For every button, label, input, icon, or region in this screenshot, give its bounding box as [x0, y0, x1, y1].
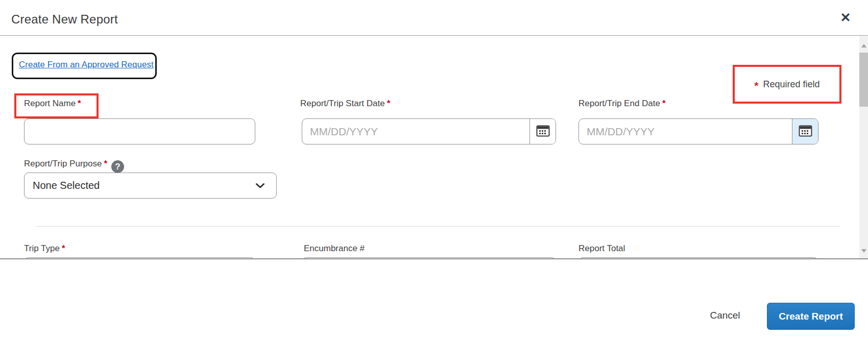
- start-date-input[interactable]: [302, 119, 529, 144]
- help-icon[interactable]: ?: [111, 160, 124, 173]
- scroll-down-icon[interactable]: [859, 247, 868, 255]
- purpose-select[interactable]: None Selected: [24, 173, 277, 199]
- chevron-down-icon: [255, 183, 265, 189]
- scroll-up-icon[interactable]: [859, 41, 868, 50]
- start-date-calendar-button[interactable]: [529, 119, 556, 144]
- encumbrance-label: Encumbrance #: [304, 244, 365, 254]
- modal-title: Create New Report: [11, 12, 118, 27]
- required-field-label: Required field: [763, 79, 820, 90]
- modal-header: Create New Report ✕: [0, 0, 868, 36]
- end-date-field: [578, 118, 818, 144]
- trip-type-required-asterisk: *: [62, 244, 65, 253]
- close-icon[interactable]: ✕: [836, 8, 855, 27]
- purpose-required-asterisk: *: [104, 159, 107, 168]
- start-date-required-asterisk: *: [387, 99, 391, 108]
- purpose-selected-value: None Selected: [33, 180, 255, 191]
- vertical-scrollbar[interactable]: [859, 36, 868, 258]
- report-total-field: [578, 257, 818, 259]
- report-name-required-asterisk: *: [78, 99, 81, 108]
- create-report-modal: Create New Report ✕ Create From an Appro…: [0, 0, 868, 340]
- trip-type-input[interactable]: [24, 257, 255, 259]
- calendar-icon: [536, 125, 550, 139]
- report-name-input[interactable]: [24, 118, 255, 144]
- purpose-label: Report/Trip Purpose*?: [24, 159, 124, 173]
- calendar-icon: [799, 125, 812, 139]
- section-divider: [36, 226, 840, 227]
- report-total-label: Report Total: [578, 244, 625, 254]
- trip-type-label: Trip Type*: [24, 244, 65, 254]
- modal-footer: Cancel Create Report: [0, 260, 868, 340]
- scrollbar-thumb[interactable]: [859, 53, 868, 107]
- end-date-calendar-button[interactable]: [792, 119, 818, 144]
- cancel-button[interactable]: Cancel: [705, 304, 745, 327]
- modal-body: Create From an Approved Request * Requir…: [0, 36, 868, 259]
- end-date-input[interactable]: [579, 119, 792, 144]
- end-date-required-asterisk: *: [662, 99, 666, 108]
- required-field-annotation-box: * Required field: [733, 65, 841, 104]
- create-from-approved-request-link[interactable]: Create From an Approved Request: [19, 60, 154, 70]
- report-name-label: Report Name*: [24, 99, 81, 109]
- start-date-label: Report/Trip Start Date*: [300, 99, 390, 109]
- start-date-field: [302, 118, 556, 144]
- encumbrance-input[interactable]: [302, 257, 556, 259]
- required-asterisk: *: [754, 80, 758, 92]
- create-report-button[interactable]: Create Report: [767, 303, 855, 330]
- end-date-label: Report/Trip End Date*: [578, 99, 666, 109]
